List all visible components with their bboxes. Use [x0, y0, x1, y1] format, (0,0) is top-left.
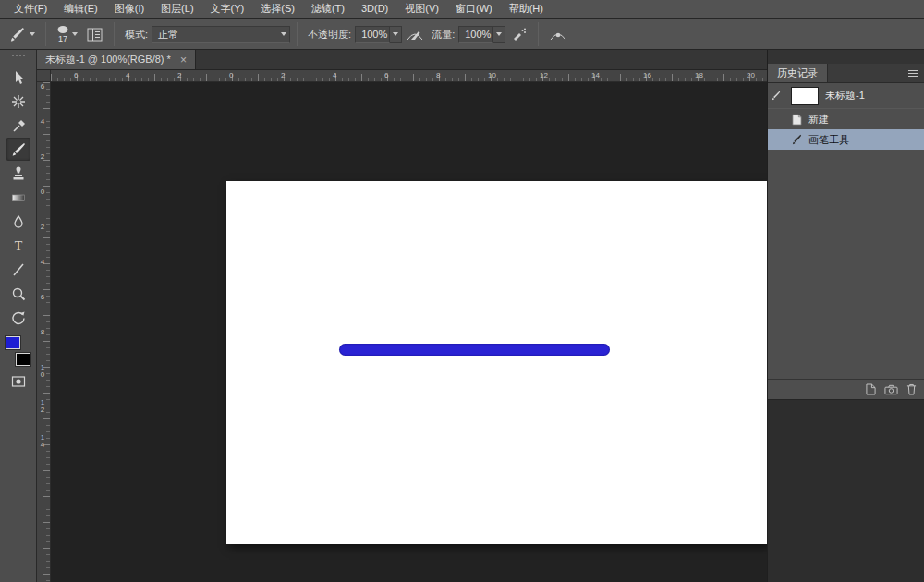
- document-tab-title: 未标题-1 @ 100%(RGB/8) *: [45, 53, 171, 67]
- menu-item-6[interactable]: 滤镜(T): [303, 0, 353, 18]
- brush-stroke: [339, 344, 610, 356]
- ruler-left: 642024681 01 21 4: [37, 82, 51, 582]
- magic-wand-tool[interactable]: [6, 90, 30, 113]
- ruler-label: 6: [74, 71, 78, 79]
- history-brush-source-cell[interactable]: [768, 129, 784, 150]
- mode-dropdown[interactable]: 正常: [152, 26, 290, 43]
- background-color-swatch[interactable]: [16, 353, 30, 366]
- ruler-label: 20: [747, 71, 755, 79]
- ruler-label: 6: [37, 294, 48, 301]
- ruler-label: 2: [37, 224, 48, 231]
- menu-item-4[interactable]: 文字(Y): [202, 0, 253, 18]
- history-panel-tab[interactable]: 历史记录: [768, 64, 828, 82]
- type-tool[interactable]: T: [6, 234, 30, 257]
- right-dock: 历史记录 未标题-1 新建: [767, 50, 924, 582]
- tool-preset-caret-icon: [30, 32, 35, 36]
- brush-preset-picker[interactable]: 17: [53, 24, 81, 44]
- panel-menu-icon[interactable]: [907, 69, 919, 78]
- history-brush-source-cell[interactable]: [768, 83, 784, 108]
- ruler-label: 8: [436, 71, 440, 79]
- history-brush-source-cell[interactable]: [768, 109, 784, 129]
- photoshop-window: 文件(F)编辑(E)图像(I)图层(L)文字(Y)选择(S)滤镜(T)3D(D)…: [0, 0, 924, 582]
- flow-label: 流量:: [432, 28, 455, 42]
- toggle-brush-panel-icon[interactable]: [83, 24, 105, 44]
- toolbar-grip[interactable]: [12, 55, 25, 56]
- ruler-corner[interactable]: [37, 70, 51, 82]
- ruler-label: 14: [591, 71, 600, 79]
- menu-bar: 文件(F)编辑(E)图像(I)图层(L)文字(Y)选择(S)滤镜(T)3D(D)…: [0, 0, 924, 18]
- options-bar: 17 模式: 正常 不透明度: 100% 流量: 100%: [0, 19, 924, 50]
- ruler-label: 6: [384, 71, 388, 79]
- ruler-label: 0: [37, 188, 48, 196]
- ruler-label: 2: [281, 71, 285, 79]
- ruler-label: 4: [126, 71, 129, 79]
- history-state-row[interactable]: 新建: [768, 109, 924, 129]
- document-tab-bar: 未标题-1 @ 100%(RGB/8) * ×: [37, 50, 767, 70]
- foreground-color-swatch[interactable]: [6, 336, 20, 349]
- rotate-view-tool[interactable]: [6, 306, 30, 329]
- dock-empty-area: [768, 399, 924, 582]
- menu-item-5[interactable]: 选择(S): [252, 0, 303, 18]
- history-snapshot-row[interactable]: 未标题-1: [768, 83, 924, 109]
- document-canvas[interactable]: [226, 181, 767, 544]
- history-panel-header: 历史记录: [768, 64, 924, 83]
- ruler-label: 4: [37, 118, 48, 126]
- color-swatches: [5, 334, 32, 368]
- airbrush-icon[interactable]: [507, 24, 529, 44]
- clone-stamp-tool[interactable]: [6, 162, 30, 185]
- tablet-pressure-opacity-icon[interactable]: [404, 24, 426, 44]
- menu-item-10[interactable]: 帮助(H): [501, 0, 552, 18]
- menu-item-7[interactable]: 3D(D): [353, 0, 396, 18]
- tablet-pressure-size-icon[interactable]: [547, 24, 569, 44]
- state-label: 新建: [808, 113, 829, 127]
- opacity-value: 100%: [356, 29, 389, 40]
- ruler-label: 1 2: [37, 399, 48, 414]
- canvas-area[interactable]: [51, 82, 767, 582]
- eyedropper-tool[interactable]: [6, 114, 30, 137]
- tool-preset-picker[interactable]: [5, 24, 39, 45]
- opacity-label: 不透明度:: [308, 28, 351, 42]
- move-tool[interactable]: [6, 66, 30, 89]
- new-document-icon: [790, 114, 803, 126]
- menu-item-1[interactable]: 编辑(E): [55, 0, 106, 18]
- opacity-dropdown-arrow[interactable]: [390, 26, 402, 43]
- svg-text:T: T: [14, 239, 22, 253]
- ruler-label: 0: [229, 71, 233, 79]
- opacity-input[interactable]: 100%: [355, 26, 390, 43]
- snapshot-thumbnail: [791, 87, 819, 105]
- ruler-label: 8: [37, 329, 48, 336]
- separator: [297, 22, 298, 46]
- ruler-label: 18: [695, 71, 703, 79]
- menu-item-9[interactable]: 窗口(W): [447, 0, 501, 18]
- line-tool[interactable]: [6, 258, 30, 281]
- new-document-from-state-icon[interactable]: [866, 383, 876, 395]
- separator: [45, 22, 46, 46]
- ruler-label: 1 0: [37, 364, 48, 379]
- new-snapshot-camera-icon[interactable]: [884, 384, 898, 395]
- flow-value: 100%: [459, 29, 492, 40]
- mode-value: 正常: [152, 28, 184, 42]
- menu-item-0[interactable]: 文件(F): [6, 0, 55, 18]
- menu-item-3[interactable]: 图层(L): [152, 0, 201, 18]
- separator: [538, 22, 539, 46]
- menu-item-2[interactable]: 图像(I): [106, 0, 152, 18]
- ruler-label: 4: [37, 259, 48, 266]
- mode-dropdown-caret-icon: [277, 26, 289, 43]
- history-brush-icon: [771, 91, 781, 101]
- delete-state-trash-icon[interactable]: [906, 383, 917, 395]
- brush-tool[interactable]: [6, 138, 30, 161]
- history-state-row[interactable]: 画笔工具: [768, 129, 924, 150]
- menu-item-8[interactable]: 视图(V): [396, 0, 447, 18]
- ruler-label: 10: [488, 71, 496, 79]
- quick-mask-tool[interactable]: [6, 370, 30, 393]
- ruler-top: 64202468101214161820: [51, 70, 767, 82]
- flow-dropdown-arrow[interactable]: [493, 26, 505, 43]
- zoom-tool[interactable]: [6, 282, 30, 305]
- flow-input[interactable]: 100%: [458, 26, 493, 43]
- gradient-tool[interactable]: [6, 186, 30, 209]
- document-tab[interactable]: 未标题-1 @ 100%(RGB/8) * ×: [37, 50, 196, 69]
- brush-tool-icon: [790, 134, 803, 145]
- mode-label: 模式:: [125, 28, 148, 42]
- blur-tool[interactable]: [6, 210, 30, 233]
- tab-close-icon[interactable]: ×: [180, 55, 187, 66]
